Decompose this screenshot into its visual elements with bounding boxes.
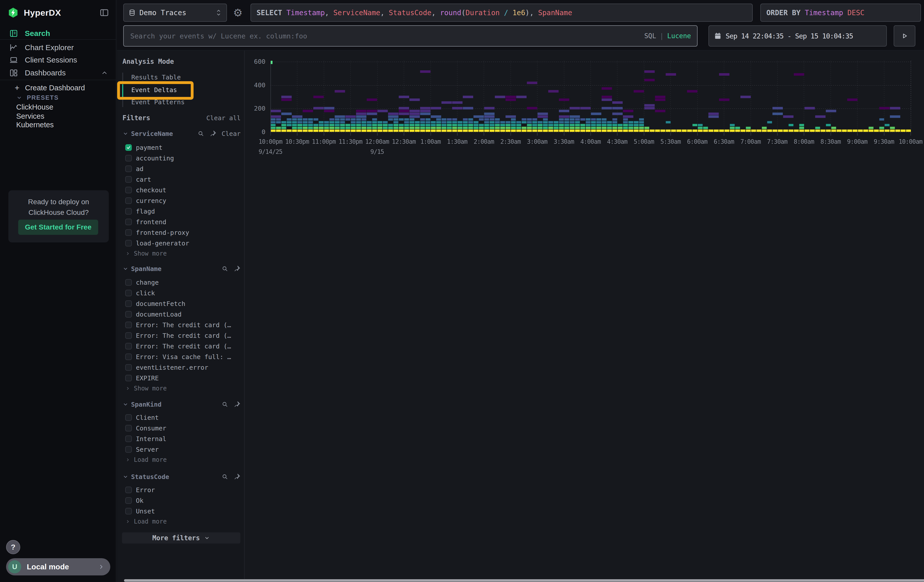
filter-option[interactable]: documentLoad [125, 309, 242, 320]
filter-option[interactable]: accounting [125, 153, 242, 163]
checkbox[interactable] [125, 322, 132, 328]
sidebar-item-search[interactable]: Search [0, 27, 116, 40]
filter-option[interactable]: eventListener.error [125, 362, 242, 373]
search-icon[interactable] [221, 473, 228, 480]
mode-event-deltas[interactable]: Event Deltas [131, 83, 177, 96]
order-by-editor[interactable]: ORDER BY Timestamp DESC [760, 3, 921, 22]
checkbox[interactable] [125, 155, 132, 162]
horizontal-scrollbar[interactable] [124, 579, 924, 582]
checkbox[interactable] [125, 208, 132, 214]
clear-group-button[interactable]: Clear [222, 130, 241, 137]
pin-icon[interactable] [234, 401, 241, 408]
checkbox[interactable] [125, 165, 132, 172]
pin-icon[interactable] [234, 265, 241, 272]
checkbox[interactable] [125, 311, 132, 318]
filter-option[interactable]: change [125, 277, 242, 288]
mode-results-table[interactable]: Results Table [131, 71, 181, 83]
load-more-statuscode[interactable]: Load more [125, 516, 167, 527]
chevron-up-icon[interactable] [101, 69, 108, 77]
filter-option[interactable]: load-generator [125, 238, 242, 249]
filter-option[interactable]: flagd [125, 206, 242, 217]
checkbox[interactable] [125, 435, 132, 442]
load-more-spankind[interactable]: Load more [125, 455, 167, 465]
sidebar-item-dashboards[interactable]: Dashboards [0, 66, 116, 79]
checkbox[interactable] [125, 332, 132, 339]
checkbox[interactable] [125, 375, 132, 381]
chevron-down-icon[interactable] [122, 266, 129, 272]
filter-option[interactable]: currency [125, 195, 242, 206]
help-button[interactable]: ? [6, 540, 20, 554]
sql-select-editor[interactable]: SELECT Timestamp, ServiceName, StatusCod… [251, 3, 753, 22]
filter-option[interactable]: Ok [125, 495, 242, 506]
checkbox[interactable] [125, 240, 132, 246]
filter-option[interactable]: Error: The credit card (… [125, 330, 242, 341]
clear-all-filters-button[interactable]: Clear all [206, 114, 241, 122]
more-filters-button[interactable]: More filters [122, 533, 240, 544]
get-started-button[interactable]: Get Started for Free [18, 220, 98, 235]
gear-icon[interactable]: ⚙ [230, 3, 246, 22]
search-nav-icon [9, 29, 19, 38]
checkbox[interactable] [125, 508, 132, 514]
checkbox[interactable] [125, 364, 132, 371]
checkbox[interactable] [125, 486, 132, 493]
filter-option[interactable]: Server [125, 444, 242, 455]
filter-option[interactable]: Consumer [125, 423, 242, 434]
filter-option[interactable]: frontend-proxy [125, 227, 242, 238]
language-toggle-sql[interactable]: SQL [644, 32, 656, 40]
source-select[interactable]: Demo Traces [123, 3, 227, 22]
time-range-picker[interactable]: Sep 14 22:04:35 - Sep 15 10:04:35 [708, 25, 887, 46]
run-query-button[interactable] [894, 25, 916, 46]
filter-option[interactable]: Client [125, 412, 242, 423]
filter-option[interactable]: EXPIRE [125, 373, 242, 383]
checkbox[interactable] [125, 279, 132, 286]
checkbox[interactable] [125, 300, 132, 307]
chevron-down-icon[interactable] [122, 401, 129, 407]
checkbox[interactable] [125, 197, 132, 204]
checkbox[interactable] [125, 144, 132, 151]
mode-event-patterns[interactable]: Event Patterns [131, 96, 185, 108]
search-input[interactable] [130, 32, 644, 40]
filter-option[interactable]: Unset [125, 506, 242, 516]
filter-option[interactable]: Error: The credit card (… [125, 341, 242, 351]
sidebar-item-chart-explorer[interactable]: Chart Explorer [0, 41, 116, 54]
sidebar-item-kubernetes[interactable]: Kubernetes [0, 119, 116, 130]
checkbox[interactable] [125, 343, 132, 350]
filter-option[interactable]: checkout [125, 185, 242, 195]
filter-option[interactable]: cart [125, 174, 242, 185]
pin-icon[interactable] [210, 130, 216, 137]
search-icon[interactable] [221, 265, 228, 272]
filter-option[interactable]: Error [125, 485, 242, 495]
duration-heatmap-canvas[interactable] [271, 61, 911, 137]
filter-option[interactable]: payment [125, 142, 242, 153]
language-toggle-lucene[interactable]: Lucene [667, 32, 691, 40]
filter-option[interactable]: Error: The credit card (… [125, 320, 242, 330]
filter-option[interactable]: ad [125, 163, 242, 174]
show-more-spanname[interactable]: Show more [125, 383, 167, 394]
show-more-servicename[interactable]: Show more [125, 249, 167, 259]
user-menu[interactable]: U Local mode [6, 558, 110, 575]
chevron-down-icon[interactable] [122, 474, 129, 480]
checkbox[interactable] [125, 290, 132, 296]
search-icon[interactable] [197, 130, 205, 137]
checkbox[interactable] [125, 229, 132, 236]
checkbox[interactable] [125, 446, 132, 453]
checkbox[interactable] [125, 497, 132, 504]
checkbox[interactable] [125, 414, 132, 421]
collapse-sidebar-icon[interactable] [99, 8, 109, 18]
filter-option[interactable]: Internal [125, 434, 242, 444]
filter-option[interactable]: frontend [125, 217, 242, 227]
chevron-down-icon[interactable] [122, 130, 129, 137]
checkbox[interactable] [125, 176, 132, 183]
search-icon[interactable] [221, 401, 228, 408]
filter-option[interactable]: documentFetch [125, 298, 242, 309]
filter-option[interactable]: click [125, 288, 242, 298]
checkbox[interactable] [125, 219, 132, 225]
checkbox[interactable] [125, 353, 132, 360]
sidebar-item-client-sessions[interactable]: Client Sessions [0, 54, 116, 66]
checkbox[interactable] [125, 425, 132, 432]
create-dashboard-button[interactable]: + Create Dashboard [0, 82, 116, 93]
pin-icon[interactable] [234, 473, 241, 480]
checkbox[interactable] [125, 187, 132, 193]
filter-option[interactable]: Error: Visa cache full: … [125, 351, 242, 362]
chevron-right-icon [125, 251, 130, 256]
